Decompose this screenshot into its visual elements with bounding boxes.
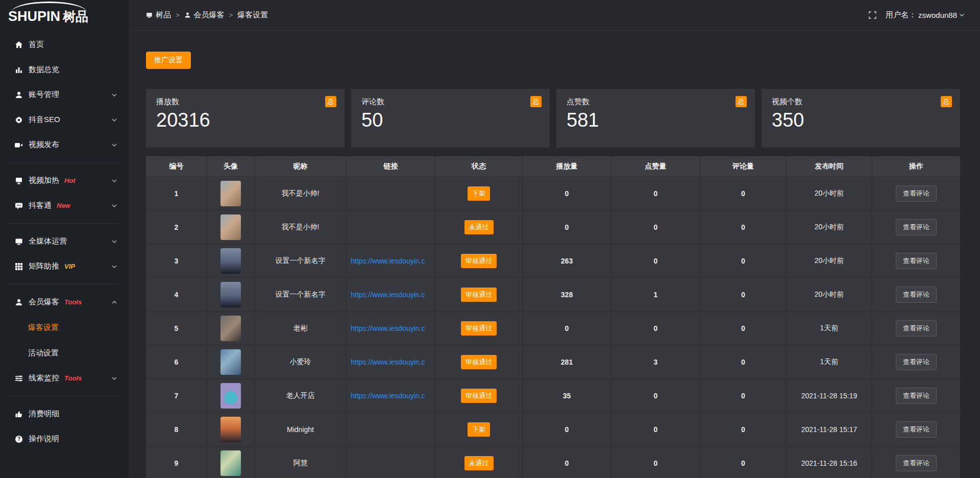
grid-icon: [14, 262, 23, 271]
cell-plays: 263: [523, 244, 611, 277]
cell-id: 4: [146, 278, 207, 311]
sidebar-item-help[interactable]: ?操作说明: [0, 426, 129, 451]
sidebar-item-label: 视频发布: [29, 140, 59, 150]
breadcrumb-item-member-baoke[interactable]: 会员爆客: [184, 10, 225, 20]
cell-actions: 查看评论: [872, 177, 960, 210]
sidebar-subitem-activity-settings[interactable]: 活动设置: [0, 340, 129, 366]
sliders-icon: [14, 374, 23, 383]
status-badge: 审核通过: [461, 355, 497, 369]
sidebar-item-member-baoke[interactable]: 会员爆客Tools: [0, 290, 129, 315]
view-comments-button[interactable]: 查看评论: [896, 320, 937, 337]
view-comments-button[interactable]: 查看评论: [896, 354, 937, 370]
sidebar-item-consume-detail[interactable]: 消费明细: [0, 401, 129, 426]
sidebar-item-video-heat[interactable]: 视频加热Hot: [0, 168, 129, 193]
cell-actions: 查看评论: [872, 210, 960, 244]
cell-comments: 0: [700, 379, 787, 412]
status-badge: 审核通过: [461, 254, 497, 268]
cell-plays: 0: [523, 177, 611, 210]
bar-chart-icon: [14, 65, 23, 74]
topbar-right: 用户名：zswodun88: [869, 10, 965, 20]
sidebar-item-data-overview[interactable]: 数据总览: [0, 57, 129, 82]
logo-text-cn: 树品: [63, 9, 88, 23]
fullscreen-icon[interactable]: [869, 11, 876, 19]
cell-id: 9: [146, 446, 207, 478]
cell-plays: 0: [523, 210, 611, 244]
logo-text-en: SHUPIN: [8, 8, 60, 25]
view-comments-button[interactable]: 查看评论: [896, 455, 937, 471]
breadcrumb-item-baoke-settings[interactable]: 爆客设置: [237, 10, 268, 20]
sidebar-item-video-publish[interactable]: 视频发布: [0, 132, 129, 157]
cell-id: 3: [146, 244, 207, 277]
stat-card-0: 播放数20316总: [146, 89, 345, 148]
avatar: [220, 349, 241, 375]
cell-publish-time: 20小时前: [787, 278, 872, 311]
view-comments-button[interactable]: 查看评论: [896, 286, 937, 303]
cell-id: 6: [146, 345, 207, 378]
view-comments-button[interactable]: 查看评论: [896, 219, 937, 235]
sidebar-item-label: 视频加热: [29, 176, 59, 185]
screen-small-icon: [146, 12, 153, 18]
sidebar-item-douketong[interactable]: 抖客通New: [0, 193, 129, 218]
sidebar-item-label: 操作说明: [29, 434, 59, 444]
column-header: 操作: [872, 156, 960, 176]
total-badge: 总: [941, 96, 952, 107]
status-badge: 未通过: [464, 220, 494, 234]
cell-publish-time: 2021-11-28 15:19: [787, 379, 872, 412]
table-row: 9阿慧未通过0002021-11-28 15:16查看评论: [146, 446, 960, 478]
cell-comments: 0: [700, 210, 787, 244]
sidebar-divider: [9, 223, 119, 224]
video-link[interactable]: https://www.iesdouyin.c: [351, 291, 425, 299]
breadcrumb-label: 爆客设置: [237, 10, 268, 20]
total-badge: 总: [325, 96, 336, 107]
table-row: 6小爱玲https://www.iesdouyin.c审核通过281301天前查…: [146, 345, 960, 378]
cell-status: 下架: [435, 177, 523, 210]
sidebar-item-home[interactable]: 首页: [0, 32, 129, 57]
breadcrumb-item-shupin[interactable]: 树品: [146, 10, 171, 20]
sidebar-item-label: 会员爆客: [29, 297, 59, 307]
sidebar-item-all-media[interactable]: 全媒体运营: [0, 229, 129, 254]
video-link[interactable]: https://www.iesdouyin.c: [351, 257, 425, 265]
chevron-down-icon: [111, 203, 117, 209]
cell-nickname: 阿慧: [255, 446, 347, 478]
sidebar-item-label: 矩阵助推: [29, 261, 59, 271]
view-comments-button[interactable]: 查看评论: [896, 253, 937, 269]
user-menu[interactable]: 用户名：zswodun88: [886, 10, 965, 20]
cell-comments: 0: [700, 446, 787, 478]
table-row: 7老人开店https://www.iesdouyin.c审核通过35002021…: [146, 378, 960, 412]
sidebar-item-label: 全媒体运营: [29, 236, 67, 246]
sidebar-subitem-baoke-settings[interactable]: 爆客设置: [0, 315, 129, 340]
table-row: 3设置一个新名字https://www.iesdouyin.c审核通过26300…: [146, 244, 960, 277]
cell-nickname: 设置一个新名字: [255, 278, 347, 311]
video-link[interactable]: https://www.iesdouyin.c: [351, 358, 425, 366]
cell-plays: 328: [523, 278, 611, 311]
video-link[interactable]: https://www.iesdouyin.c: [351, 392, 425, 400]
stat-label: 点赞数: [567, 97, 745, 107]
cell-likes: 3: [611, 345, 700, 378]
cell-link: [347, 177, 435, 210]
sidebar-item-clue-monitor[interactable]: 线索监控Tools: [0, 366, 129, 391]
view-comments-button[interactable]: 查看评论: [896, 421, 937, 438]
sidebar-item-account[interactable]: 账号管理: [0, 82, 129, 107]
promo-settings-button[interactable]: 推广设置: [146, 52, 191, 69]
table-header-row: 编号头像昵称链接状态播放量点赞量评论量发布时间操作: [146, 156, 960, 176]
chevron-up-icon: [111, 299, 117, 305]
cell-avatar: [207, 244, 255, 277]
cell-publish-time: 1天前: [787, 312, 872, 345]
sidebar-item-matrix-boost[interactable]: 矩阵助推VIP: [0, 254, 129, 279]
cell-publish-time: 1天前: [787, 345, 872, 378]
gear-icon: [14, 115, 23, 124]
cell-id: 8: [146, 413, 207, 446]
column-header: 编号: [146, 156, 207, 176]
cell-actions: 查看评论: [872, 446, 960, 478]
stat-label: 评论数: [361, 97, 540, 107]
chevron-down-icon: [111, 178, 117, 184]
cell-plays: 0: [523, 413, 611, 446]
sidebar-item-douyin-seo[interactable]: 抖音SEO: [0, 107, 129, 132]
view-comments-button[interactable]: 查看评论: [896, 185, 937, 202]
cell-link: [347, 210, 435, 244]
video-link[interactable]: https://www.iesdouyin.c: [351, 324, 425, 332]
monitor-icon: [14, 237, 23, 246]
chevron-down-icon: [111, 264, 117, 270]
cell-comments: 0: [700, 413, 787, 446]
view-comments-button[interactable]: 查看评论: [896, 388, 937, 404]
